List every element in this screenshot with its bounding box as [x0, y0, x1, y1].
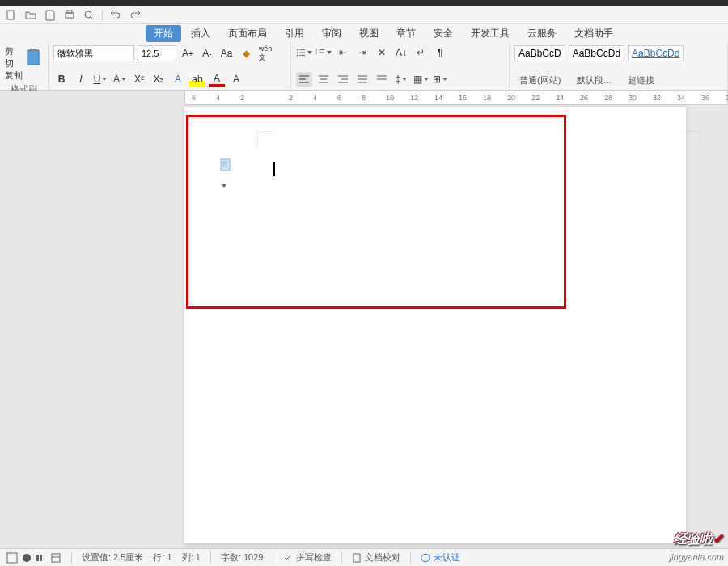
styles-group: AaBbCcD AaBbCcDd AaBbCcDd 普通(网站) 默认段... …	[510, 42, 728, 90]
undo-icon[interactable]	[109, 9, 122, 22]
save-icon[interactable]	[44, 9, 57, 22]
numbering-icon[interactable]: 12	[315, 45, 332, 60]
sort-icon[interactable]: A↓	[393, 45, 409, 60]
style-labels: 普通(网站) 默认段... 超链接	[514, 74, 722, 87]
view-mode-icons[interactable]	[6, 552, 61, 564]
menu-security[interactable]: 安全	[425, 25, 461, 42]
ruler-mark: 8	[362, 94, 366, 102]
separator	[341, 552, 342, 564]
separator	[102, 11, 103, 20]
tab-set-icon[interactable]: ✕	[374, 45, 390, 60]
menu-cloud[interactable]: 云服务	[519, 25, 565, 42]
left-gutter	[0, 107, 184, 543]
clear-format-icon[interactable]: ◆	[238, 46, 254, 61]
svg-rect-39	[52, 554, 60, 562]
font-size-select[interactable]	[138, 45, 176, 61]
ruler-mark: 34	[677, 94, 685, 102]
menu-references[interactable]: 引用	[277, 25, 312, 42]
subscript-icon[interactable]: X₂	[150, 72, 167, 87]
bullets-icon[interactable]	[296, 45, 312, 60]
highlight-icon[interactable]: ab	[189, 72, 205, 87]
menu-dev-tools[interactable]: 开发工具	[463, 25, 518, 42]
style-default[interactable]: AaBbCcDd	[569, 45, 624, 61]
align-center-icon[interactable]	[315, 72, 332, 87]
paste-options-icon[interactable]	[220, 158, 233, 173]
strikethrough-icon[interactable]: A	[112, 72, 128, 87]
ruler-mark: 4	[216, 94, 220, 102]
svg-rect-2	[67, 11, 72, 13]
preview-icon[interactable]	[83, 9, 95, 22]
ruler-mark: 28	[604, 94, 612, 102]
svg-point-36	[23, 554, 31, 562]
open-icon[interactable]	[24, 9, 37, 22]
style-label-normal: 普通(网站)	[514, 74, 565, 87]
separator	[71, 552, 72, 564]
menu-doc-assistant[interactable]: 文档助手	[566, 25, 621, 42]
line-spacing-icon[interactable]: ‡	[393, 72, 409, 87]
svg-point-7	[297, 49, 298, 51]
font-color-icon[interactable]: A	[209, 72, 225, 87]
page-stub-icon	[684, 131, 700, 141]
ruler-mark: 2	[289, 94, 293, 102]
decrease-indent-icon[interactable]: ⇤	[335, 45, 351, 60]
align-justify-icon[interactable]	[354, 72, 370, 87]
separator	[210, 552, 211, 564]
ruler-mark: 32	[653, 94, 661, 102]
align-right-icon[interactable]	[335, 72, 351, 87]
style-hyperlink[interactable]: AaBbCcDd	[628, 45, 684, 61]
bold-icon[interactable]: B	[53, 72, 70, 87]
status-line: 行: 1	[153, 551, 171, 564]
status-doc-review[interactable]: 文档校对	[352, 551, 400, 564]
ruler-mark: 10	[386, 94, 394, 102]
ruler-mark: 30	[629, 94, 637, 102]
svg-point-3	[85, 11, 91, 18]
ruler-mark: 22	[531, 94, 540, 102]
status-spellcheck[interactable]: 拼写检查	[283, 551, 332, 564]
cut-button[interactable]: 剪切	[5, 45, 20, 70]
show-marks-icon[interactable]: ¶	[432, 45, 448, 60]
change-case-icon[interactable]: Aa	[218, 46, 235, 61]
shading-icon[interactable]: ▦	[413, 72, 429, 87]
increase-indent-icon[interactable]: ⇥	[354, 45, 370, 60]
style-normal[interactable]: AaBbCcD	[514, 45, 565, 61]
redo-icon[interactable]	[129, 9, 142, 22]
menu-start[interactable]: 开始	[146, 25, 181, 42]
svg-rect-6	[30, 49, 36, 52]
decrease-font-icon[interactable]: A-	[199, 46, 215, 61]
style-label-hyperlink: 超链接	[623, 74, 659, 87]
ruler-mark: 18	[483, 94, 491, 102]
increase-font-icon[interactable]: A+	[180, 46, 196, 61]
horizontal-ruler[interactable]: 6 4 2 2 4 6 8 10 12 14 16 18 20 22 24 26…	[184, 91, 728, 105]
status-word-count[interactable]: 字数: 1029	[221, 551, 264, 564]
char-shading-icon[interactable]: A	[228, 72, 244, 87]
underline-icon[interactable]: U	[92, 72, 108, 87]
superscript-icon[interactable]: X²	[131, 72, 147, 87]
ruler-mark: 20	[507, 94, 515, 102]
watermark-brand: 经验啦✓	[674, 531, 723, 548]
svg-text:2: 2	[315, 51, 318, 55]
copy-button[interactable]: 复制	[5, 70, 23, 82]
menu-insert[interactable]: 插入	[183, 25, 218, 42]
clipboard-group: 剪切 复制 格式刷	[0, 42, 49, 90]
phonetic-icon[interactable]: wén文	[257, 46, 273, 61]
text-effect-icon[interactable]: A	[170, 72, 186, 87]
print-icon[interactable]	[63, 9, 76, 22]
svg-rect-1	[66, 13, 74, 18]
align-left-icon[interactable]	[296, 72, 312, 87]
svg-rect-35	[7, 553, 17, 563]
svg-rect-37	[36, 555, 39, 561]
menu-view[interactable]: 视图	[351, 25, 387, 42]
paste-icon[interactable]	[23, 46, 43, 69]
status-unauth[interactable]: 未认证	[421, 551, 460, 564]
menu-review[interactable]: 审阅	[314, 25, 349, 42]
new-doc-icon[interactable]	[5, 9, 18, 22]
menu-page-layout[interactable]: 页面布局	[220, 25, 275, 42]
align-distribute-icon[interactable]	[374, 72, 390, 87]
italic-icon[interactable]: I	[73, 72, 89, 87]
document-page[interactable]	[184, 107, 686, 543]
font-name-select[interactable]	[53, 45, 134, 61]
menu-chapter[interactable]: 章节	[388, 25, 424, 42]
borders-icon[interactable]: ⊞	[432, 72, 448, 87]
spellcheck-label: 拼写检查	[296, 551, 332, 564]
line-break-icon[interactable]: ↵	[413, 45, 429, 60]
